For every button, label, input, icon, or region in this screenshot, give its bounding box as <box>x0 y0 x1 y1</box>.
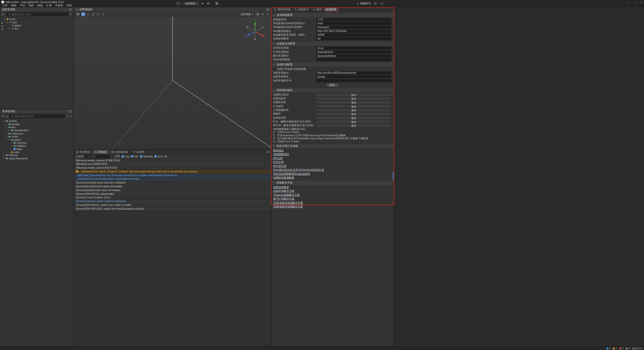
log-row[interactable]: [Scene] Forward render pipeline initiali… <box>74 200 271 203</box>
pivot-tool-button[interactable] <box>101 12 105 16</box>
log-row[interactable]: [Window] ecs文件夹不存在 <box>74 162 271 166</box>
doc-link[interactable]: 动画状态机编辑器 <box>273 176 294 180</box>
build-publish-button[interactable]: 构建发布 <box>357 2 371 5</box>
tree-item[interactable]: ▾game <box>0 138 73 141</box>
menu-item-8[interactable]: 帮助 <box>65 4 74 7</box>
log-row[interactable]: [Scene] meshopt wasm decoder initialized <box>74 181 271 185</box>
warning-counter[interactable]: 1 <box>613 347 617 350</box>
step-button[interactable] <box>206 2 210 6</box>
preview-target-button[interactable]: ▾ <box>176 2 182 6</box>
console-search-input[interactable] <box>91 155 108 158</box>
console-tab-2[interactable]: 控制台 <box>93 150 109 154</box>
delete-module-button[interactable]: 删除 <box>316 101 391 104</box>
filter-warning-checkbox[interactable]: ✓Warning <box>140 155 152 158</box>
expand-arrow-icon[interactable]: ▸ <box>3 154 5 156</box>
import-asset-button[interactable] <box>6 115 8 117</box>
render-mode-select[interactable]: 正常渲染▾ <box>239 12 255 16</box>
inspector-tab-2[interactable]: 构建发布 <box>293 7 311 12</box>
doc-link[interactable]: 3D角色扮演游戏解决方案 <box>273 205 303 208</box>
panel-menu-icon[interactable] <box>69 110 72 113</box>
hierarchy-search-input[interactable] <box>11 13 67 16</box>
assets-search-box[interactable] <box>9 114 65 118</box>
tree-item[interactable]: ▸seedrandom <box>0 129 73 132</box>
config-input[interactable] <box>316 22 391 25</box>
delete-module-button[interactable]: 删除 <box>316 124 391 127</box>
delete-module-button[interactable]: 删除 <box>316 116 391 119</box>
close-button[interactable]: × <box>640 1 642 4</box>
delete-module-button[interactable]: 删除 <box>316 93 391 96</box>
expand-arrow-icon[interactable]: ▸ <box>9 27 11 30</box>
dimension-toggle[interactable]: 3D <box>75 13 80 16</box>
section-header[interactable]: ∨框架模块裁剪 <box>272 88 393 92</box>
doc-link[interactable]: 全栈开发解决方案 <box>273 189 294 193</box>
scene-camera-button[interactable] <box>261 12 265 16</box>
doc-link[interactable]: Excel格式转Json文件与TypeScript代码工具 <box>273 168 324 172</box>
assets-search-input[interactable] <box>15 115 63 118</box>
error-counter[interactable]: 0 <box>619 347 624 350</box>
log-row[interactable]: [Scene] [box2d]:box2d wasm lib loaded. <box>74 185 271 189</box>
doc-link[interactable]: ECS文档 <box>273 160 284 164</box>
section-header[interactable]: ∨框架文档工具链接 <box>272 144 393 148</box>
config-input[interactable] <box>316 79 391 82</box>
menu-item-4[interactable]: 项目 <box>27 4 36 7</box>
clear-console-button[interactable]: 清空 <box>76 155 84 158</box>
create-node-button[interactable]: ▾ <box>2 13 5 16</box>
expand-arrow-icon[interactable]: ▸ <box>10 142 13 144</box>
move-tool-button[interactable] <box>81 12 85 16</box>
delete-module-button[interactable]: 删除 <box>316 112 391 115</box>
help-button[interactable]: ? <box>380 2 384 6</box>
collapse-arrow-icon[interactable]: ▾ <box>4 18 6 20</box>
filter-info-checkbox[interactable]: ✓Info <box>131 155 138 158</box>
menu-item-1[interactable]: 文件 <box>1 4 9 7</box>
doc-link[interactable]: 新手引导解决方案 <box>273 197 294 201</box>
delete-module-button[interactable]: 删除 <box>316 97 391 100</box>
log-row[interactable]: ›[Window] Download the Vue Devtools exte… <box>74 173 271 177</box>
config-input[interactable] <box>316 58 391 61</box>
save-button[interactable]: 保存 <box>327 83 338 87</box>
menu-item-5[interactable]: 面板 <box>36 4 45 7</box>
package-manager-button[interactable] <box>373 2 377 6</box>
doc-link[interactable]: MVVM文档 <box>273 164 287 168</box>
tree-item[interactable]: main <box>0 151 73 154</box>
menu-item-6[interactable]: 扩展 <box>45 4 53 7</box>
config-input[interactable] <box>316 54 391 57</box>
inspector-tab-1[interactable]: 属性检查器 <box>272 7 293 12</box>
minimize-button[interactable]: ─ <box>628 1 630 4</box>
log-row[interactable]: [Scene] [PHYSICS2D]: switch from box2d-w… <box>74 207 271 211</box>
orientation-gizmo[interactable]: Y X Z <box>243 20 267 44</box>
expand-log-icon[interactable]: › <box>76 174 77 177</box>
doc-link[interactable]: 2D角色扮演游戏解决方案 <box>273 201 303 205</box>
panel-menu-icon[interactable] <box>267 9 269 11</box>
collapse-arrow-icon[interactable]: ▾ <box>6 21 8 23</box>
doc-link[interactable]: Tiledmap地图解决方案 <box>273 193 300 197</box>
maximize-button[interactable]: □ <box>634 1 636 4</box>
expand-arrow-icon[interactable]: ▸ <box>3 157 5 159</box>
collapse-arrow-icon[interactable]: ▾ <box>5 136 8 138</box>
remote-load-checkbox[interactable] <box>273 68 275 70</box>
collapse-arrow-icon[interactable]: ▾ <box>8 139 10 141</box>
expand-arrow-icon[interactable]: ▸ <box>8 129 10 132</box>
hierarchy-search-box[interactable] <box>6 13 69 16</box>
section-header[interactable]: ∨框架解决方案 <box>272 181 393 185</box>
config-input[interactable] <box>316 71 391 74</box>
log-row[interactable]: [Scene] [PHYSICS]: using builtin. <box>74 192 271 196</box>
log-row[interactable]: [Scene] [bullet]:bullet wasm lib loaded. <box>74 188 271 192</box>
rotate-tool-button[interactable] <box>86 12 90 16</box>
scene-light-toggle[interactable] <box>256 12 260 16</box>
menu-item-7[interactable]: 开发者 <box>53 4 65 7</box>
tree-item[interactable]: ▸bundle <box>0 122 73 125</box>
tree-item[interactable]: ▸common <box>0 141 73 144</box>
lock-icon[interactable] <box>1 27 3 30</box>
log-row[interactable]: [Scene] Cocos Creator v3.8.2 <box>74 196 271 200</box>
tree-item[interactable]: TSMain <box>0 148 73 151</box>
tree-item[interactable]: ▾main <box>0 18 73 21</box>
tree-item[interactable]: ▾script <box>0 135 73 138</box>
doc-link[interactable]: 游戏模板项目 <box>273 153 289 156</box>
regex-checkbox[interactable]: 正则 <box>111 155 120 158</box>
doc-link[interactable]: API文档 <box>273 157 283 160</box>
scale-tool-button[interactable] <box>91 12 95 16</box>
tree-item[interactable]: ▾libs <box>0 126 73 129</box>
inspector-scrollbar-thumb[interactable] <box>393 172 393 180</box>
scene-viewport[interactable]: Y X Z <box>74 17 271 149</box>
tree-item[interactable]: ▸gui <box>0 27 73 30</box>
